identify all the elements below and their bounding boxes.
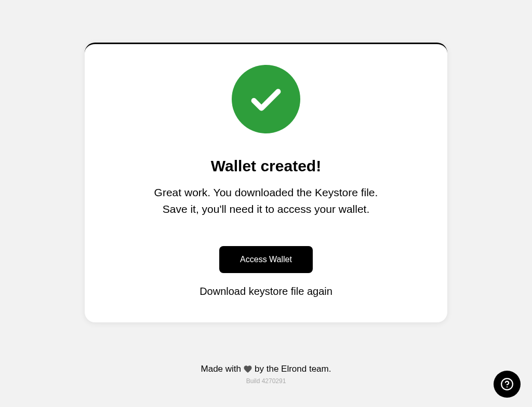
- heart-icon: [243, 364, 252, 374]
- wallet-created-title: Wallet created!: [211, 157, 321, 175]
- wallet-created-card: Wallet created! Great work. You download…: [85, 43, 447, 322]
- footer-prefix: Made with: [201, 364, 241, 374]
- footer: Made with by the Elrond team. Build 4270…: [201, 364, 331, 385]
- download-keystore-again-link[interactable]: Download keystore file again: [200, 286, 332, 297]
- subtitle-line-2: Save it, you'll need it to access your w…: [154, 201, 378, 218]
- help-button[interactable]: [494, 371, 521, 398]
- footer-suffix: by the Elrond team.: [255, 364, 331, 374]
- access-wallet-button[interactable]: Access Wallet: [219, 246, 313, 273]
- wallet-created-subtitle: Great work. You downloaded the Keystore …: [154, 184, 378, 217]
- footer-build: Build 4270291: [201, 377, 331, 385]
- success-check-icon: [232, 65, 300, 133]
- help-icon: [500, 377, 514, 391]
- subtitle-line-1: Great work. You downloaded the Keystore …: [154, 184, 378, 201]
- footer-credit: Made with by the Elrond team.: [201, 364, 331, 374]
